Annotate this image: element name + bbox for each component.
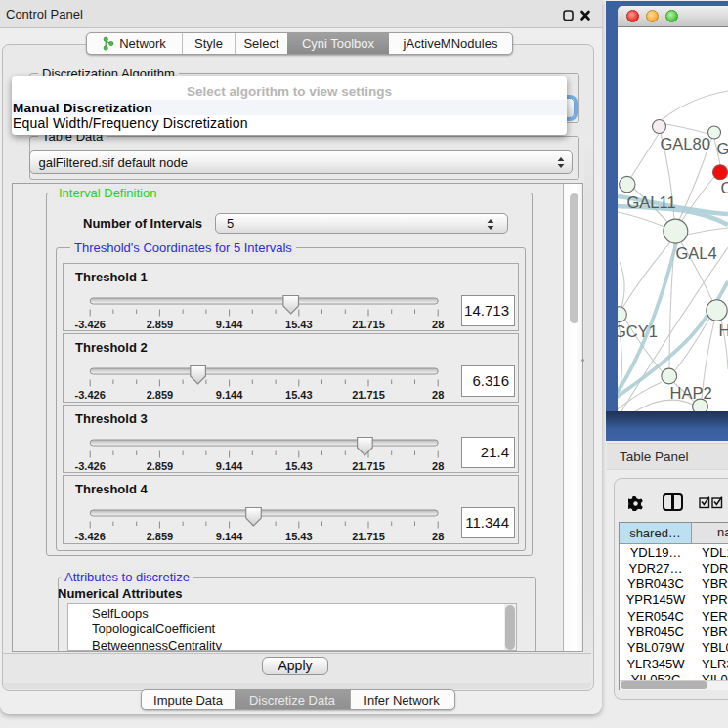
svg-text:2.859: 2.859 [147, 389, 174, 401]
svg-text:-3.426: -3.426 [75, 389, 106, 401]
svg-text:-3.426: -3.426 [75, 318, 106, 329]
svg-text:H: H [719, 321, 728, 339]
svg-text:-3.426: -3.426 [75, 459, 106, 471]
svg-text:HAP2: HAP2 [670, 384, 712, 402]
svg-text:GAL4: GAL4 [676, 244, 717, 262]
svg-text:9.144: 9.144 [216, 531, 243, 542]
svg-text:9.144: 9.144 [216, 389, 243, 401]
svg-text:2.859: 2.859 [147, 459, 174, 471]
svg-text:21.715: 21.715 [352, 459, 385, 471]
svg-text:GCY1: GCY1 [618, 322, 658, 340]
svg-text:28: 28 [432, 459, 444, 471]
svg-text:2.859: 2.859 [147, 318, 174, 329]
svg-text:28: 28 [432, 389, 444, 401]
svg-text:15.43: 15.43 [285, 318, 313, 329]
svg-text:21.715: 21.715 [352, 389, 385, 401]
svg-text:15.43: 15.43 [285, 459, 313, 471]
svg-text:28: 28 [432, 318, 444, 329]
svg-text:GA: GA [717, 140, 728, 157]
svg-text:GAL80: GAL80 [661, 135, 710, 152]
svg-text:-3.426: -3.426 [75, 531, 106, 542]
svg-text:C: C [721, 179, 728, 196]
svg-text:28: 28 [432, 531, 444, 542]
svg-text:GAL11: GAL11 [627, 193, 676, 211]
svg-text:21.715: 21.715 [352, 318, 385, 329]
svg-text:21.715: 21.715 [352, 531, 385, 542]
svg-text:15.43: 15.43 [285, 389, 313, 401]
svg-text:9.144: 9.144 [216, 318, 243, 329]
svg-text:2.859: 2.859 [147, 531, 174, 542]
svg-text:9.144: 9.144 [216, 459, 243, 471]
svg-text:15.43: 15.43 [285, 531, 313, 542]
